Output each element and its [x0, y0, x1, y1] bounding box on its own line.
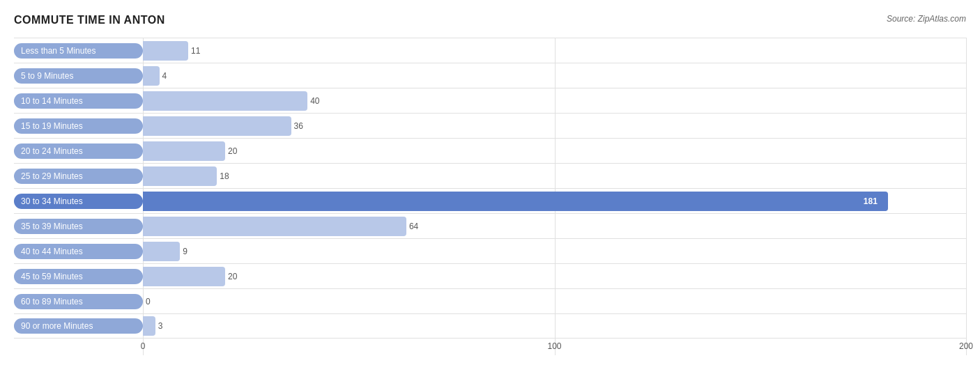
bar-fill	[143, 116, 291, 136]
bar-fill: 181	[143, 192, 888, 211]
bar-label: 30 to 34 Minutes	[14, 194, 143, 209]
x-tick: 200	[959, 341, 973, 351]
bar-value: 0	[146, 297, 151, 306]
bar-track: 20	[143, 264, 966, 288]
bar-fill	[143, 141, 225, 161]
grid-line	[966, 38, 967, 355]
bar-row: 60 to 89 Minutes0	[14, 288, 966, 313]
bar-track: 20	[143, 139, 966, 163]
bar-track: 36	[143, 114, 966, 138]
bar-value: 40	[310, 96, 319, 106]
bar-label: 60 to 89 Minutes	[14, 294, 143, 309]
bar-value: 20	[228, 146, 237, 156]
bar-fill	[143, 91, 307, 111]
bar-fill	[143, 316, 155, 336]
bar-label: 90 or more Minutes	[14, 318, 143, 334]
bar-track: 181	[143, 189, 966, 213]
x-axis: 0100200	[14, 341, 966, 355]
bars-container: Less than 5 Minutes115 to 9 Minutes410 t…	[14, 38, 966, 339]
bar-label: 45 to 59 Minutes	[14, 269, 143, 284]
bar-track: 18	[143, 164, 966, 188]
bar-value: 4	[162, 71, 167, 81]
bar-label: 35 to 39 Minutes	[14, 219, 143, 234]
bar-row: 90 or more Minutes3	[14, 313, 966, 339]
bar-row: 30 to 34 Minutes181	[14, 188, 966, 213]
bar-row: 15 to 19 Minutes36	[14, 113, 966, 138]
bar-row: 35 to 39 Minutes64	[14, 213, 966, 238]
bar-track: 4	[143, 63, 966, 88]
bar-value: 181	[864, 196, 878, 206]
bar-row: 20 to 24 Minutes20	[14, 138, 966, 163]
bar-value: 36	[294, 121, 303, 131]
bar-label: 25 to 29 Minutes	[14, 169, 143, 184]
bar-track: 3	[143, 314, 966, 338]
bar-track: 64	[143, 214, 966, 238]
bar-fill	[143, 217, 406, 236]
bar-label: Less than 5 Minutes	[14, 43, 143, 59]
x-axis-labels: 0100200	[143, 341, 966, 355]
bar-label: 5 to 9 Minutes	[14, 68, 143, 84]
bar-value: 18	[220, 171, 229, 181]
bar-row: 45 to 59 Minutes20	[14, 263, 966, 288]
bar-row: 10 to 14 Minutes40	[14, 88, 966, 113]
bar-value: 20	[228, 272, 237, 281]
bar-label: 20 to 24 Minutes	[14, 143, 143, 159]
bar-row: 25 to 29 Minutes18	[14, 163, 966, 188]
bar-fill	[143, 66, 160, 86]
bar-fill	[143, 41, 188, 61]
chart-body: Less than 5 Minutes115 to 9 Minutes410 t…	[14, 38, 966, 355]
bar-value: 64	[409, 222, 418, 231]
bar-label: 15 to 19 Minutes	[14, 118, 143, 134]
bar-label: 10 to 14 Minutes	[14, 93, 143, 109]
bar-fill	[143, 267, 225, 286]
bar-row: 5 to 9 Minutes4	[14, 63, 966, 88]
bar-row: 40 to 44 Minutes9	[14, 238, 966, 263]
x-tick: 100	[547, 341, 561, 351]
bar-track: 9	[143, 239, 966, 263]
bar-value: 9	[183, 247, 187, 256]
bar-value: 11	[191, 46, 200, 56]
bar-track: 11	[143, 38, 966, 63]
chart-header: COMMUTE TIME IN ANTON Source: ZipAtlas.c…	[14, 14, 966, 26]
bar-track: 40	[143, 88, 966, 113]
bar-track: 0	[143, 289, 966, 313]
bar-row: Less than 5 Minutes11	[14, 38, 966, 63]
chart-title: COMMUTE TIME IN ANTON	[14, 14, 165, 26]
bar-fill	[143, 242, 180, 261]
bar-value: 3	[158, 321, 163, 331]
bar-fill	[143, 166, 217, 186]
chart-container: COMMUTE TIME IN ANTON Source: ZipAtlas.c…	[0, 7, 980, 365]
bar-label: 40 to 44 Minutes	[14, 244, 143, 259]
chart-source: Source: ZipAtlas.com	[887, 14, 966, 24]
x-tick: 0	[141, 341, 146, 351]
